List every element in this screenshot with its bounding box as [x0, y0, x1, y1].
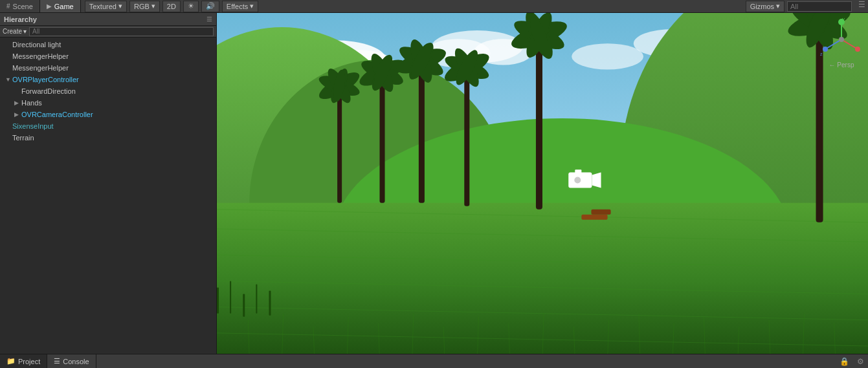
scene-tab-icon: # [6, 3, 10, 10]
color-space-arrow: ▾ [151, 2, 155, 10]
item-label: MessengerHelper [12, 64, 69, 72]
svg-rect-86 [269, 290, 271, 315]
scene-toolbar: Textured ▾ RGB ▾ 2D ☀ 🔊 Effects ▾ Gizmos… [81, 0, 856, 13]
item-label: OVRPlayerController [12, 76, 79, 83]
gizmo-svg: y z [819, 17, 864, 62]
create-arrow: ▾ [23, 28, 27, 35]
game-tab-label: Game [54, 3, 74, 10]
gizmos-arrow: ▾ [776, 2, 780, 10]
brightness-button[interactable]: ☀ [183, 1, 199, 12]
expand-arrow: ▼ [5, 76, 10, 83]
render-mode-button[interactable]: Textured ▾ [85, 1, 127, 12]
tab-console[interactable]: ☰ Console [47, 354, 96, 368]
hierarchy-list: Directional light MessengerHelper Messen… [0, 38, 216, 354]
tab-project[interactable]: 📁 Project [0, 354, 47, 368]
svg-rect-80 [581, 215, 607, 220]
scene-canvas [217, 13, 868, 354]
item-label: SixenseInput [12, 122, 54, 130]
svg-rect-78 [575, 169, 581, 173]
svg-rect-39 [337, 86, 342, 203]
expand-arrow [14, 88, 19, 94]
svg-point-7 [572, 43, 643, 69]
bottom-settings-icon[interactable]: ⚙ [853, 357, 868, 366]
view-2d-button[interactable]: 2D [162, 1, 181, 12]
svg-point-91 [855, 47, 860, 52]
svg-point-93 [823, 47, 828, 52]
project-tab-label: Project [18, 358, 40, 365]
svg-rect-57 [536, 34, 542, 210]
hierarchy-item-terrain[interactable]: Terrain [0, 132, 216, 144]
render-mode-arrow: ▾ [118, 2, 122, 10]
project-tab-icon: 📁 [6, 357, 16, 365]
hierarchy-item-ovr-camera[interactable]: ▶ OVRCameraController [0, 109, 216, 120]
top-tab-bar: # Scene ▶ Game Textured ▾ RGB ▾ 2D ☀ 🔊 E… [0, 0, 868, 13]
hierarchy-panel: Hierarchy ☰ Create ▾ Directional light M… [0, 13, 217, 354]
hierarchy-item-sixense[interactable]: SixenseInput [0, 120, 216, 132]
svg-rect-81 [591, 210, 610, 215]
color-space-button[interactable]: RGB ▾ [129, 1, 160, 12]
create-label: Create [3, 28, 22, 35]
gizmos-button[interactable]: Gizmos ▾ [746, 1, 785, 12]
effects-label: Effects [227, 3, 248, 10]
scene-view[interactable]: y z ← Persp [217, 13, 868, 354]
hierarchy-title: Hierarchy [4, 16, 37, 23]
svg-line-92 [825, 39, 841, 49]
svg-marker-79 [592, 172, 601, 188]
item-label: Terrain [12, 134, 34, 142]
svg-rect-13 [217, 203, 868, 354]
expand-arrow [5, 41, 10, 48]
svg-rect-64 [464, 66, 469, 206]
brightness-icon: ☀ [188, 2, 194, 10]
svg-rect-83 [230, 281, 231, 313]
hierarchy-item-directional-light[interactable]: Directional light [0, 39, 216, 50]
svg-text:z: z [820, 52, 823, 56]
svg-rect-51 [419, 60, 425, 202]
expand-arrow [5, 135, 10, 141]
audio-icon: 🔊 [206, 2, 215, 10]
hierarchy-toolbar: Create ▾ [0, 26, 216, 38]
tab-game[interactable]: ▶ Game [40, 0, 81, 12]
bottom-lock-icon[interactable]: 🔒 [836, 357, 853, 366]
audio-button[interactable]: 🔊 [201, 1, 219, 12]
hierarchy-search-input[interactable] [29, 27, 214, 36]
render-mode-label: Textured [89, 3, 117, 10]
top-tab-menu-icon[interactable]: ☰ [856, 0, 868, 12]
bottom-bar: 📁 Project ☰ Console 🔒 ⚙ [0, 354, 868, 368]
effects-arrow: ▾ [250, 2, 254, 10]
item-label: Directional light [12, 41, 61, 49]
svg-rect-45 [380, 72, 385, 202]
color-space-label: RGB [134, 3, 150, 10]
item-label: ForwardDirection [21, 87, 76, 95]
hierarchy-item-ovr-player[interactable]: ▼ OVRPlayerController [0, 74, 216, 85]
expand-arrow [5, 65, 10, 71]
scene-search-input[interactable] [787, 1, 852, 12]
svg-line-90 [841, 39, 858, 49]
view-2d-label: 2D [167, 3, 176, 10]
effects-button[interactable]: Effects ▾ [222, 1, 258, 12]
hierarchy-item-messenger-1[interactable]: MessengerHelper [0, 50, 216, 62]
console-tab-label: Console [63, 358, 89, 365]
item-label: OVRCameraController [21, 111, 93, 118]
item-label: Hands [21, 99, 42, 107]
tab-scene[interactable]: # Scene [0, 0, 40, 12]
hierarchy-item-forward-direction[interactable]: ForwardDirection [0, 85, 216, 97]
svg-rect-85 [256, 284, 257, 313]
svg-point-77 [574, 177, 581, 183]
hierarchy-item-messenger-2[interactable]: MessengerHelper [0, 62, 216, 74]
item-label: MessengerHelper [12, 52, 69, 60]
game-tab-icon: ▶ [47, 3, 52, 10]
svg-rect-82 [217, 287, 219, 313]
svg-rect-84 [243, 294, 245, 317]
console-tab-icon: ☰ [54, 357, 60, 365]
persp-label: ← Persp [819, 61, 864, 69]
scene-tab-label: Scene [13, 3, 33, 10]
svg-point-95 [839, 37, 844, 42]
perspective-gizmo[interactable]: y z ← Persp [819, 17, 864, 69]
hierarchy-menu-icon[interactable]: ☰ [206, 16, 212, 23]
expand-arrow: ▶ [14, 100, 19, 106]
expand-arrow: ▶ [14, 111, 19, 118]
expand-arrow [5, 123, 10, 129]
gizmos-label: Gizmos [750, 3, 774, 10]
hierarchy-item-hands[interactable]: ▶ Hands [0, 97, 216, 109]
create-button[interactable]: Create ▾ [3, 28, 27, 35]
